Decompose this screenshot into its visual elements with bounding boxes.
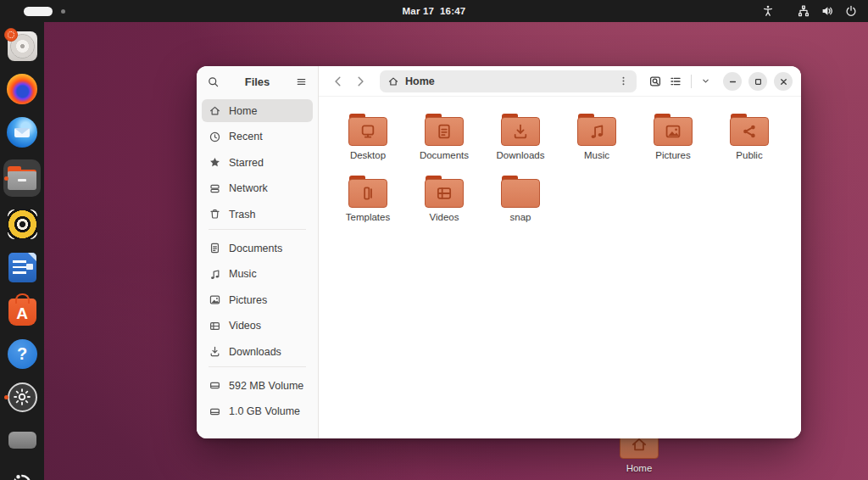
sidebar-item-music[interactable]: Music	[202, 263, 313, 286]
home-icon	[387, 75, 399, 87]
sidebar-item-label: Trash	[229, 209, 256, 220]
clock[interactable]: Mar 17 16:47	[0, 6, 868, 16]
sidebar-item-starred[interactable]: Starred	[202, 151, 313, 174]
music-icon	[209, 268, 221, 281]
back-button[interactable]	[331, 74, 346, 89]
sidebar-item-home[interactable]: Home	[202, 99, 313, 122]
file-item-label: Videos	[430, 212, 459, 222]
dock-item-files[interactable]	[3, 159, 41, 197]
gray-app-icon	[8, 432, 36, 449]
file-item-templates[interactable]: Templates	[330, 176, 406, 225]
power-icon[interactable]	[844, 4, 858, 18]
path-bar[interactable]: Home	[380, 70, 637, 92]
sidebar-separator	[209, 229, 306, 230]
sidebar-item-label: Videos	[229, 320, 261, 332]
drive-icon	[209, 379, 221, 392]
file-item-label: Pictures	[655, 150, 691, 160]
help-icon: ?	[8, 339, 37, 369]
sidebar-item-label: Documents	[229, 243, 282, 254]
volume-icon[interactable]	[821, 4, 834, 18]
dock-item-firefox[interactable]	[3, 73, 41, 105]
sidebar-item-videos[interactable]: Videos	[202, 315, 313, 338]
hamburger-menu-icon[interactable]	[295, 75, 308, 88]
dock-item-help[interactable]: ?	[3, 338, 41, 370]
dock-item-settings[interactable]	[3, 381, 41, 413]
emblem-document-icon	[435, 122, 453, 141]
sidebar-item-label: Network	[229, 182, 268, 194]
image-icon	[209, 293, 221, 306]
sidebar-item-label: Home	[229, 105, 257, 117]
view-options-chevron-icon[interactable]	[700, 75, 711, 87]
app-center-icon: A	[8, 299, 36, 326]
running-indicator-dot	[4, 395, 8, 399]
folder-icon	[348, 176, 387, 208]
sidebar-item-label: 1.0 GB Volume	[229, 405, 300, 417]
sidebar-item-downloads[interactable]: Downloads	[202, 340, 313, 363]
minimize-button[interactable]	[723, 72, 742, 91]
dock-item-ubuntu-installer[interactable]	[3, 30, 41, 62]
file-item-videos[interactable]: Videos	[406, 176, 482, 225]
emblem-display-icon	[359, 122, 377, 141]
dock-item-thunderbird[interactable]	[3, 116, 41, 148]
dock: A?	[0, 22, 44, 480]
search-icon[interactable]	[207, 75, 220, 88]
file-item-documents[interactable]: Documents	[406, 114, 482, 163]
dock-item-app-center[interactable]: A	[3, 294, 41, 327]
divider	[691, 75, 692, 88]
folder-icon	[348, 114, 387, 146]
file-item-label: Public	[736, 150, 762, 160]
sidebar-item-label: Recent	[229, 131, 263, 142]
sidebar-item-pictures[interactable]: Pictures	[202, 288, 313, 311]
document-icon	[209, 242, 221, 254]
sidebar: Files HomeRecentStarredNetworkTrashDocum…	[197, 66, 319, 438]
sidebar-item-label: 592 MB Volume	[229, 380, 303, 392]
search-everywhere-icon[interactable]	[648, 75, 662, 88]
sidebar-item-recent[interactable]: Recent	[202, 126, 313, 148]
dock-item-libreoffice-writer[interactable]	[3, 251, 41, 283]
clock-icon	[209, 131, 221, 143]
forward-button[interactable]	[353, 74, 368, 89]
drive-icon	[209, 405, 221, 418]
desktop-background: Mar 17 16:47 A? Home Files HomeRecentSta…	[0, 0, 868, 480]
folder-icon	[425, 176, 464, 208]
sidebar-item-label: Music	[229, 268, 257, 280]
system-status-area[interactable]	[761, 4, 858, 18]
window-title: Files	[225, 75, 290, 88]
files-icon	[8, 166, 36, 190]
emblem-share-icon	[740, 122, 759, 141]
file-item-music[interactable]: Music	[559, 114, 635, 163]
dock-item-show-apps[interactable]	[3, 467, 41, 480]
accessibility-icon[interactable]	[761, 4, 775, 18]
file-item-label: Templates	[346, 212, 390, 222]
sidebar-item-592-mb-volume[interactable]: 592 MB Volume	[202, 374, 313, 397]
sidebar-item-network[interactable]: Network	[202, 177, 313, 200]
file-item-pictures[interactable]: Pictures	[635, 114, 711, 163]
trash-icon	[209, 208, 221, 220]
sidebar-item-1-0-gb-volume[interactable]: 1.0 GB Volume	[202, 400, 313, 423]
file-item-label: snap	[510, 212, 531, 222]
file-item-downloads[interactable]: Downloads	[482, 114, 559, 163]
file-item-desktop[interactable]: Desktop	[330, 114, 406, 163]
ubuntu-installer-icon	[8, 31, 37, 61]
folder-icon	[654, 114, 693, 146]
maximize-button[interactable]	[748, 72, 767, 91]
file-item-public[interactable]: Public	[711, 114, 787, 163]
close-button[interactable]	[774, 72, 793, 91]
dock-item-rhythmbox[interactable]	[3, 208, 41, 240]
path-menu-icon[interactable]	[618, 75, 629, 87]
emblem-template-icon	[359, 184, 377, 203]
sidebar-item-label: Downloads	[229, 346, 281, 358]
sidebar-item-documents[interactable]: Documents	[202, 237, 313, 260]
network-tree-icon[interactable]	[797, 4, 810, 18]
dock-item-unknown-gray[interactable]	[3, 424, 41, 456]
sidebar-header: Files	[197, 66, 318, 97]
window-controls	[723, 72, 793, 91]
sidebar-item-label: Pictures	[229, 294, 267, 306]
list-view-icon[interactable]	[669, 75, 682, 88]
sidebar-item-trash[interactable]: Trash	[202, 203, 313, 226]
emblem-music-icon	[587, 122, 606, 141]
file-item-snap[interactable]: snap	[482, 176, 559, 225]
file-item-label: Documents	[420, 150, 469, 160]
thunderbird-icon	[7, 117, 37, 148]
main-pane: Home DesktopDocumentsDownloadsMusicPictu…	[319, 66, 801, 438]
